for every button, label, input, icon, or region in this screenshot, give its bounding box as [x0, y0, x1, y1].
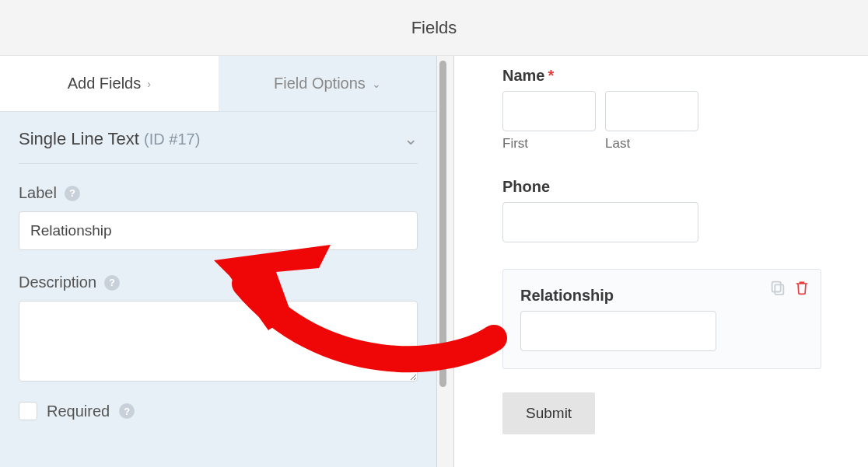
left-panel: Add Fields › Field Options ⌄ Single Line…: [0, 56, 437, 467]
name-sublabels: First Last: [502, 136, 821, 152]
label-input[interactable]: [19, 211, 418, 250]
first-name-input[interactable]: [502, 91, 596, 131]
duplicate-icon[interactable]: [769, 279, 786, 296]
help-icon[interactable]: ?: [104, 275, 120, 291]
main-layout: Add Fields › Field Options ⌄ Single Line…: [0, 56, 868, 467]
tab-label: Add Fields: [68, 75, 142, 92]
scrollbar-thumb[interactable]: [439, 61, 446, 387]
required-row: Required ?: [0, 382, 436, 441]
page-title-bar: Fields: [0, 0, 868, 56]
phone-field: Phone: [502, 178, 821, 242]
field-type-title: Single Line Text (ID #17): [19, 129, 200, 149]
field-type-header[interactable]: Single Line Text (ID #17) ⌄: [0, 112, 436, 163]
description-input[interactable]: [19, 301, 418, 382]
description-row: Description ?: [0, 250, 436, 298]
name-label: Name *: [502, 67, 821, 85]
name-field: Name * First Last: [502, 67, 821, 152]
help-icon[interactable]: ?: [119, 403, 135, 419]
tab-field-options[interactable]: Field Options ⌄: [219, 56, 437, 111]
trash-icon[interactable]: [794, 279, 810, 296]
phone-input[interactable]: [502, 202, 698, 242]
label-row: Label ?: [0, 164, 436, 208]
panel-tabs: Add Fields › Field Options ⌄: [0, 56, 436, 112]
relationship-label: Relationship: [520, 287, 803, 305]
tab-label: Field Options: [274, 75, 366, 92]
field-action-icons: [769, 279, 810, 296]
description-caption: Description: [19, 274, 96, 291]
svg-rect-0: [772, 282, 781, 292]
page-title: Fields: [411, 18, 457, 38]
svg-rect-1: [775, 284, 783, 294]
chevron-right-icon: ›: [147, 78, 151, 90]
tab-add-fields[interactable]: Add Fields ›: [0, 56, 219, 111]
submit-button[interactable]: Submit: [502, 392, 595, 434]
first-sublabel: First: [502, 136, 596, 152]
required-checkbox[interactable]: [19, 402, 37, 420]
phone-label: Phone: [502, 178, 821, 196]
help-icon[interactable]: ?: [65, 186, 80, 201]
chevron-down-icon: ⌄: [404, 129, 418, 149]
required-asterisk-icon: *: [548, 67, 554, 85]
field-id: (ID #17): [144, 131, 200, 148]
last-name-input[interactable]: [605, 91, 698, 131]
chevron-down-icon: ⌄: [372, 78, 381, 90]
required-caption: Required: [47, 403, 110, 420]
field-type-name: Single Line Text: [19, 129, 139, 148]
relationship-input[interactable]: [520, 311, 716, 351]
form-preview: Name * First Last Phone: [454, 56, 868, 467]
last-sublabel: Last: [605, 136, 698, 152]
relationship-field-selected[interactable]: Relationship: [502, 269, 821, 369]
label-caption: Label: [19, 184, 57, 202]
vertical-gutter: [437, 56, 454, 467]
name-inputs: [502, 91, 821, 131]
